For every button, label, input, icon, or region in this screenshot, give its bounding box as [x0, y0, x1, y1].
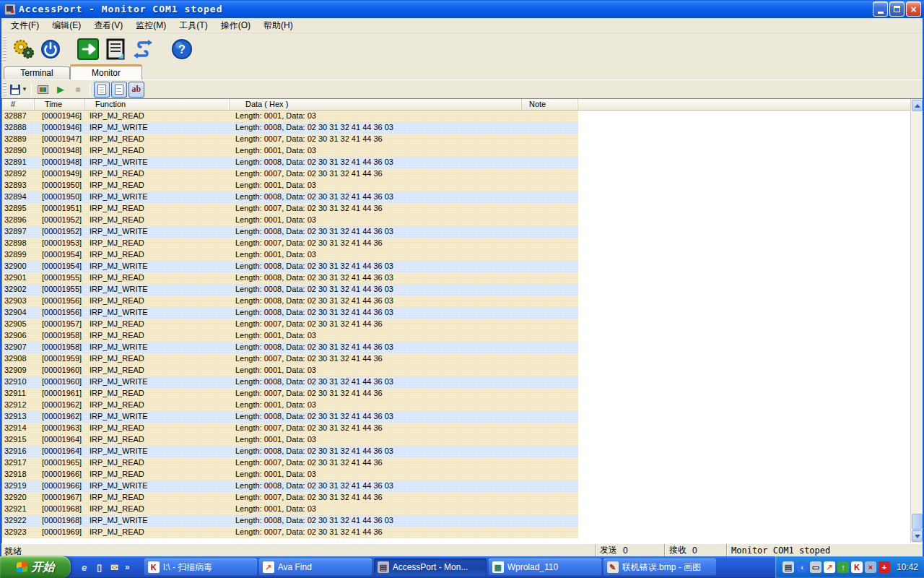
table-row[interactable]: 32894[00001950]IRP_MJ_WRITELength: 0008,… [2, 191, 923, 203]
table-row[interactable]: 32912[00001962]IRP_MJ_READLength: 0001, … [2, 400, 923, 411]
scrollbar-thumb[interactable] [912, 514, 923, 530]
settings-button[interactable] [9, 35, 37, 63]
open-port-button[interactable] [74, 35, 102, 63]
column-header-number[interactable]: # [2, 99, 35, 110]
display-icon[interactable]: ▭ [810, 561, 821, 573]
column-header-function[interactable]: Function [85, 99, 230, 110]
table-row[interactable]: 32898[00001953]IRP_MJ_READLength: 0007, … [2, 238, 923, 249]
column-header-data[interactable]: Data ( Hex ) [230, 99, 522, 110]
cell-number: 32897 [2, 226, 35, 238]
cell-number: 32887 [2, 111, 35, 122]
settings-icon [11, 38, 35, 61]
log-button[interactable] [102, 35, 129, 63]
battery-icon[interactable]: + [879, 561, 890, 573]
menu-item[interactable]: 工具(T) [173, 18, 214, 33]
clear-screen-button[interactable] [35, 82, 51, 98]
monitor-toolbar-gripper[interactable] [3, 82, 6, 97]
table-row[interactable]: 32910[00001960]IRP_MJ_WRITELength: 0008,… [2, 376, 923, 388]
table-row[interactable]: 32890[00001948]IRP_MJ_READLength: 0001, … [2, 145, 923, 157]
cell-note [522, 400, 578, 411]
table-row[interactable]: 32895[00001951]IRP_MJ_READLength: 0007, … [2, 203, 923, 215]
table-row[interactable]: 32905[00001957]IRP_MJ_READLength: 0007, … [2, 319, 923, 330]
restore-button[interactable] [889, 1, 905, 17]
help-button[interactable]: ? [168, 35, 196, 63]
sync-button[interactable] [129, 35, 157, 63]
cell-time: [00001963] [35, 423, 85, 434]
table-row[interactable]: 32896[00001952]IRP_MJ_READLength: 0001, … [2, 215, 923, 226]
taskbar-button[interactable]: ▦Wprolad_110 [489, 558, 601, 576]
usb-safely-remove-icon[interactable]: ↑ [837, 561, 849, 573]
vertical-scrollbar[interactable] [910, 99, 923, 543]
menu-item[interactable]: 监控(M) [129, 18, 173, 33]
start-button[interactable]: 开始 [0, 556, 71, 578]
cell-number: 32900 [2, 261, 35, 272]
table-row[interactable]: 32918[00001966]IRP_MJ_READLength: 0001, … [2, 469, 923, 480]
table-row[interactable]: 32915[00001964]IRP_MJ_READLength: 0001, … [2, 434, 923, 446]
monitor-status-text: Monitor COM1 stoped [731, 545, 830, 556]
table-row[interactable]: 32891[00001948]IRP_MJ_WRITELength: 0008,… [2, 157, 923, 168]
table-row[interactable]: 32914[00001963]IRP_MJ_READLength: 0007, … [2, 423, 923, 434]
table-row[interactable]: 32916[00001964]IRP_MJ_WRITELength: 0008,… [2, 446, 923, 457]
table-row[interactable]: 32907[00001958]IRP_MJ_WRITELength: 0008,… [2, 342, 923, 353]
outlook-express-icon[interactable]: ✉ [108, 561, 121, 574]
cell-time: [00001960] [35, 365, 85, 376]
table-row[interactable]: 32903[00001956]IRP_MJ_READLength: 0008, … [2, 296, 923, 307]
save-button[interactable]: ▼ [10, 82, 27, 98]
text-mode-toggle-button[interactable]: ab [128, 82, 144, 98]
taskbar-button[interactable]: ✎联机错误.bmp - 画图 [603, 558, 716, 576]
table-row[interactable]: 32919[00001966]IRP_MJ_WRITELength: 0008,… [2, 480, 923, 492]
scroll-down-button[interactable] [912, 530, 923, 542]
table-row[interactable]: 32904[00001956]IRP_MJ_WRITELength: 0008,… [2, 307, 923, 319]
menu-item[interactable]: 编辑(E) [45, 18, 87, 33]
table-row[interactable]: 32917[00001965]IRP_MJ_READLength: 0007, … [2, 457, 923, 469]
stop-capture-button[interactable]: ■ [70, 82, 86, 98]
table-row[interactable]: 32922[00001968]IRP_MJ_WRITELength: 0008,… [2, 515, 923, 527]
save-dropdown-icon[interactable]: ▼ [22, 86, 27, 92]
table-row[interactable]: 32888[00001946]IRP_MJ_WRITELength: 0008,… [2, 122, 923, 134]
table-row[interactable]: 32889[00001947]IRP_MJ_READLength: 0007, … [2, 134, 923, 145]
network-error-icon[interactable]: × [865, 561, 876, 573]
table-row[interactable]: 32921[00001968]IRP_MJ_READLength: 0001, … [2, 504, 923, 515]
table-row[interactable]: 32897[00001952]IRP_MJ_WRITELength: 0008,… [2, 226, 923, 238]
minimize-button[interactable] [873, 1, 888, 17]
autoscroll-toggle-button[interactable] [94, 82, 110, 98]
menu-item[interactable]: 操作(O) [214, 18, 257, 33]
table-row[interactable]: 32899[00001954]IRP_MJ_READLength: 0001, … [2, 249, 923, 261]
column-header-time[interactable]: Time [35, 99, 85, 110]
table-row[interactable]: 32909[00001960]IRP_MJ_READLength: 0001, … [2, 365, 923, 376]
hide-icons-icon[interactable]: ‹ [796, 561, 808, 573]
keyboard-icon[interactable]: ▤ [783, 561, 794, 573]
tab-terminal[interactable]: Terminal [4, 66, 70, 79]
note-edit-toggle-button[interactable] [111, 82, 127, 98]
table-row[interactable]: 32901[00001955]IRP_MJ_READLength: 0008, … [2, 272, 923, 284]
device-icon[interactable]: ▯ [93, 561, 105, 574]
menu-item[interactable]: 帮助(H) [257, 18, 300, 33]
column-header-note[interactable]: Note [522, 99, 578, 110]
scroll-up-button[interactable] [912, 100, 923, 111]
table-row[interactable]: 32913[00001962]IRP_MJ_WRITELength: 0008,… [2, 411, 923, 423]
taskbar-button[interactable]: KI:\ - 扫描病毒 [144, 558, 257, 576]
table-row[interactable]: 32923[00001969]IRP_MJ_READLength: 0007, … [2, 527, 923, 538]
table-row[interactable]: 32892[00001949]IRP_MJ_READLength: 0007, … [2, 168, 923, 180]
start-capture-button[interactable]: ▶ [53, 82, 69, 98]
close-button[interactable]: × [906, 1, 921, 17]
table-row[interactable]: 32920[00001967]IRP_MJ_READLength: 0007, … [2, 492, 923, 504]
avafind-tray-icon[interactable]: ↗ [824, 561, 835, 573]
table-row[interactable]: 32900[00001954]IRP_MJ_WRITELength: 0008,… [2, 261, 923, 272]
ie-icon[interactable]: e [78, 561, 90, 574]
table-row[interactable]: 32893[00001950]IRP_MJ_READLength: 0001, … [2, 180, 923, 191]
tab-monitor[interactable]: Monitor [70, 64, 142, 79]
kaspersky-tray-icon[interactable]: K [851, 561, 863, 573]
table-row[interactable]: 32908[00001959]IRP_MJ_READLength: 0007, … [2, 353, 923, 365]
taskbar-button[interactable]: ↗Ava Find [259, 558, 372, 576]
menu-item[interactable]: 查看(V) [87, 18, 129, 33]
taskbar-button[interactable]: ▤AccessPort - Mon... [374, 558, 487, 576]
table-row[interactable]: 32902[00001955]IRP_MJ_WRITELength: 0008,… [2, 284, 923, 296]
table-row[interactable]: 32911[00001961]IRP_MJ_READLength: 0007, … [2, 388, 923, 400]
toolbar-gripper[interactable] [3, 36, 6, 61]
quick-launch-chevron-icon[interactable]: » [125, 562, 130, 572]
table-row[interactable]: 32906[00001958]IRP_MJ_READLength: 0001, … [2, 330, 923, 342]
table-row[interactable]: 32887[00001946]IRP_MJ_READLength: 0001, … [2, 111, 923, 122]
power-button[interactable] [37, 35, 64, 63]
menu-item[interactable]: 文件(F) [4, 18, 45, 33]
